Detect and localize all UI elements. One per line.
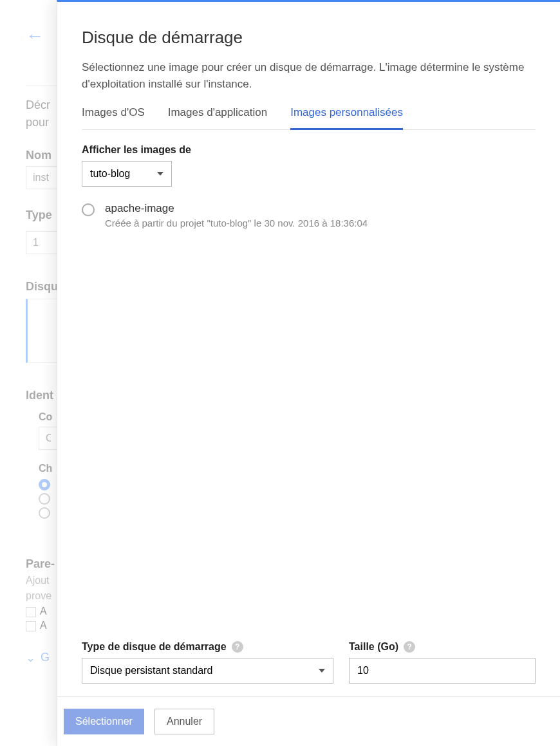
show-images-label: Afficher les images de xyxy=(82,144,536,156)
disk-type-dropdown[interactable]: Disque persistant standard xyxy=(82,658,333,684)
image-name: apache-image xyxy=(105,202,368,215)
project-dropdown-value: tuto-blog xyxy=(90,168,130,180)
chevron-down-icon xyxy=(319,669,325,673)
select-button[interactable]: Sélectionner xyxy=(64,709,144,734)
expand-icon: ⌄ xyxy=(26,651,35,665)
bg-type-input xyxy=(26,231,58,254)
project-dropdown[interactable]: tuto-blog xyxy=(82,161,172,187)
modal-title: Disque de démarrage xyxy=(82,28,536,48)
help-icon[interactable]: ? xyxy=(232,641,243,653)
size-label: Taille (Go) xyxy=(349,641,398,653)
tabs-row: Images d'OS Images d'application Images … xyxy=(82,106,536,130)
bg-checkbox-2 xyxy=(26,621,36,631)
modal-footer: Sélectionner Annuler xyxy=(57,696,560,746)
image-option[interactable]: apache-image Créée à partir du projet "t… xyxy=(82,202,536,228)
tab-os-images[interactable]: Images d'OS xyxy=(82,106,145,130)
boot-disk-modal: Disque de démarrage Sélectionnez une ima… xyxy=(57,0,560,746)
chevron-down-icon xyxy=(157,172,163,176)
bg-radio-empty-1 xyxy=(39,493,50,505)
tab-custom-images[interactable]: Images personnalisées xyxy=(290,106,403,130)
bg-checkbox-1 xyxy=(26,607,36,617)
size-input[interactable] xyxy=(349,658,536,684)
bg-disk-box xyxy=(26,299,58,363)
image-meta: Créée à partir du projet "tuto-blog" le … xyxy=(105,218,368,228)
bg-check-a1: A xyxy=(40,606,47,617)
disk-type-label: Type de disque de démarrage xyxy=(82,641,227,653)
bg-name-input xyxy=(26,166,58,189)
bg-check-a2: A xyxy=(40,620,47,631)
bg-expand-g: G xyxy=(41,651,50,664)
bg-radio-selected xyxy=(39,479,50,490)
help-icon[interactable]: ? xyxy=(404,641,415,653)
radio-icon xyxy=(82,203,95,216)
bg-radio-empty-2 xyxy=(39,507,50,519)
tab-app-images[interactable]: Images d'application xyxy=(168,106,267,130)
bg-co-input xyxy=(39,427,58,450)
back-arrow-icon: ← xyxy=(26,26,44,46)
modal-subtitle: Sélectionnez une image pour créer un dis… xyxy=(82,59,536,92)
cancel-button[interactable]: Annuler xyxy=(154,709,214,734)
disk-type-value: Disque persistant standard xyxy=(90,665,212,676)
image-list: apache-image Créée à partir du projet "t… xyxy=(82,202,536,628)
